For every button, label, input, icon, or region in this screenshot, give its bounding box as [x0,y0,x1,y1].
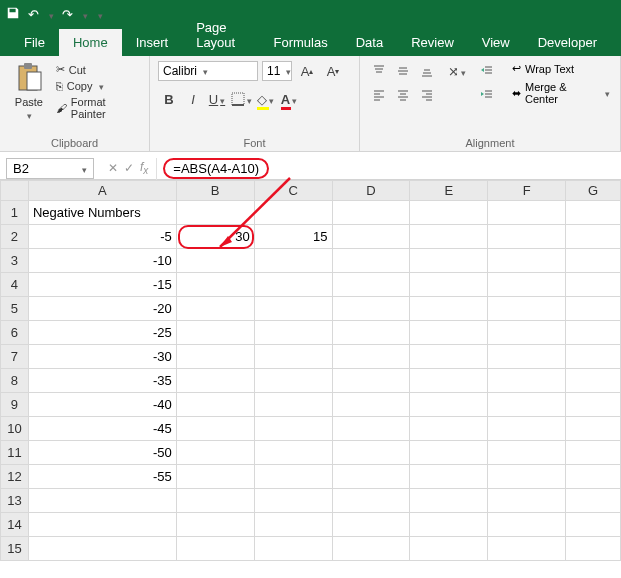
row-header-6[interactable]: 6 [1,321,29,345]
cell-F12[interactable] [488,465,566,489]
cell-A13[interactable] [28,489,176,513]
align-top-icon[interactable] [368,60,390,82]
row-header-11[interactable]: 11 [1,441,29,465]
cancel-formula-icon[interactable]: ✕ [108,161,118,175]
cell-E3[interactable] [410,249,488,273]
tab-home[interactable]: Home [59,29,122,56]
orientation-button[interactable]: ⤨ [446,60,468,82]
cell-C4[interactable] [254,273,332,297]
cell-F13[interactable] [488,489,566,513]
col-header-A[interactable]: A [28,181,176,201]
cell-D1[interactable] [332,201,410,225]
cell-C7[interactable] [254,345,332,369]
row-header-10[interactable]: 10 [1,417,29,441]
cell-C6[interactable] [254,321,332,345]
row-header-14[interactable]: 14 [1,513,29,537]
cell-C5[interactable] [254,297,332,321]
cell-G6[interactable] [566,321,621,345]
cell-A10[interactable]: -45 [28,417,176,441]
align-center-icon[interactable] [392,84,414,106]
cell-G8[interactable] [566,369,621,393]
cell-E7[interactable] [410,345,488,369]
cell-D14[interactable] [332,513,410,537]
cell-A3[interactable]: -10 [28,249,176,273]
cell-G12[interactable] [566,465,621,489]
cell-D11[interactable] [332,441,410,465]
undo-dropdown-icon[interactable] [47,7,54,22]
cell-E14[interactable] [410,513,488,537]
cell-F10[interactable] [488,417,566,441]
cell-G15[interactable] [566,537,621,561]
increase-indent-icon[interactable] [476,84,498,106]
font-color-button[interactable]: A [278,88,300,110]
cell-A9[interactable]: -40 [28,393,176,417]
paste-button[interactable]: Paste [8,60,50,147]
col-header-E[interactable]: E [410,181,488,201]
cell-E12[interactable] [410,465,488,489]
align-bottom-icon[interactable] [416,60,438,82]
tab-view[interactable]: View [468,29,524,56]
cell-A11[interactable]: -50 [28,441,176,465]
cell-G1[interactable] [566,201,621,225]
cell-B10[interactable] [176,417,254,441]
formula-input[interactable]: =ABS(A4-A10) [156,158,621,180]
wrap-text-button[interactable]: ↩Wrap Text [510,60,612,77]
cell-B6[interactable] [176,321,254,345]
cell-C13[interactable] [254,489,332,513]
cell-A6[interactable]: -25 [28,321,176,345]
tab-insert[interactable]: Insert [122,29,183,56]
tab-data[interactable]: Data [342,29,397,56]
increase-font-icon[interactable]: A▴ [296,60,318,82]
cell-D3[interactable] [332,249,410,273]
cell-F1[interactable] [488,201,566,225]
name-box[interactable]: B2 [6,158,94,179]
cell-C14[interactable] [254,513,332,537]
cell-E13[interactable] [410,489,488,513]
col-header-B[interactable]: B [176,181,254,201]
cell-D7[interactable] [332,345,410,369]
cell-C11[interactable] [254,441,332,465]
underline-button[interactable]: U [206,88,228,110]
cell-D6[interactable] [332,321,410,345]
cell-D15[interactable] [332,537,410,561]
cell-D12[interactable] [332,465,410,489]
cell-E11[interactable] [410,441,488,465]
cell-F7[interactable] [488,345,566,369]
cell-C10[interactable] [254,417,332,441]
merge-center-button[interactable]: ⬌Merge & Center [510,79,612,107]
cell-D2[interactable] [332,225,410,249]
cell-F6[interactable] [488,321,566,345]
row-header-13[interactable]: 13 [1,489,29,513]
cell-E15[interactable] [410,537,488,561]
cell-G14[interactable] [566,513,621,537]
cell-A4[interactable]: -15 [28,273,176,297]
font-size-select[interactable]: 11 [262,61,292,81]
col-header-G[interactable]: G [566,181,621,201]
cell-B5[interactable] [176,297,254,321]
cell-A15[interactable] [28,537,176,561]
cell-B12[interactable] [176,465,254,489]
cell-G5[interactable] [566,297,621,321]
save-icon[interactable] [6,6,20,23]
tab-page-layout[interactable]: Page Layout [182,14,259,56]
cell-F11[interactable] [488,441,566,465]
fx-icon[interactable]: fx [140,160,148,176]
copy-button[interactable]: ⎘Copy [54,79,141,93]
cell-B14[interactable] [176,513,254,537]
cell-E9[interactable] [410,393,488,417]
row-header-2[interactable]: 2 [1,225,29,249]
cell-D4[interactable] [332,273,410,297]
cut-button[interactable]: ✂Cut [54,62,141,77]
cell-C2[interactable]: 15 [254,225,332,249]
fill-color-button[interactable]: ◇ [254,88,276,110]
cell-C12[interactable] [254,465,332,489]
cell-A12[interactable]: -55 [28,465,176,489]
bold-button[interactable]: B [158,88,180,110]
cell-C9[interactable] [254,393,332,417]
cell-A1[interactable]: Negative Numbers [28,201,176,225]
cell-B8[interactable] [176,369,254,393]
row-header-5[interactable]: 5 [1,297,29,321]
cell-A8[interactable]: -35 [28,369,176,393]
cell-B3[interactable] [176,249,254,273]
cell-E6[interactable] [410,321,488,345]
